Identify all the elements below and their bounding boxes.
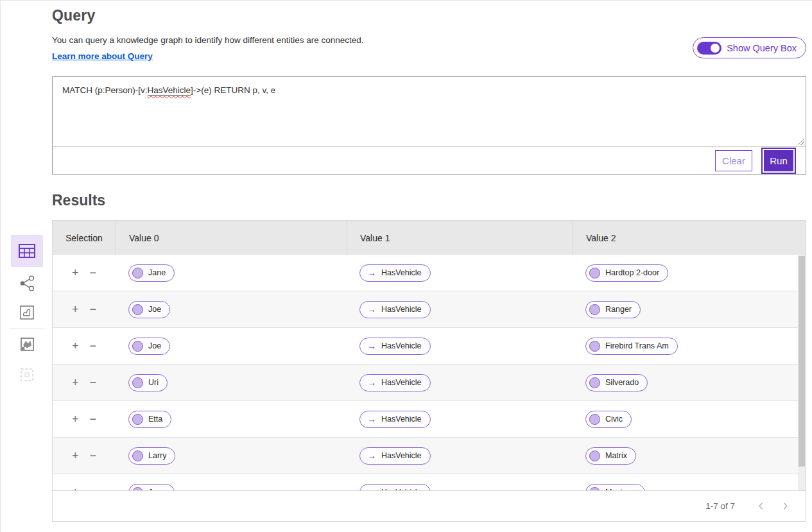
remove-from-selection-button[interactable]: − xyxy=(90,413,97,425)
table-view-icon xyxy=(19,244,35,258)
value1-cell: → HasVehicle xyxy=(347,264,573,282)
value1-cell: → HasVehicle xyxy=(347,447,573,465)
column-header-value2: Value 2 xyxy=(573,221,806,255)
entity-node-icon xyxy=(589,450,600,461)
value1-cell: → HasVehicle xyxy=(347,301,573,318)
value1-cell: → HasVehicle xyxy=(347,484,573,491)
pagination-next-button[interactable] xyxy=(777,499,793,514)
entity-pill-v2[interactable]: Civic xyxy=(585,411,632,428)
relationship-arrow-icon: → xyxy=(367,378,376,387)
textarea-resize-handle[interactable] xyxy=(796,137,804,145)
relationship-arrow-icon: → xyxy=(367,268,376,277)
show-query-box-toggle[interactable]: Show Query Box xyxy=(693,37,806,58)
add-to-selection-button[interactable]: + xyxy=(72,304,79,315)
rel-pill[interactable]: → HasVehicle xyxy=(359,301,431,318)
add-to-selection-button[interactable]: + xyxy=(72,486,79,490)
chevron-right-icon xyxy=(781,502,790,510)
table-view-button[interactable] xyxy=(11,235,43,267)
map-view-icon xyxy=(20,305,34,320)
entity-pill-v2[interactable]: Silverado xyxy=(585,374,648,391)
rel-pill[interactable]: → HasVehicle xyxy=(359,264,431,282)
rel-pill[interactable]: → HasVehicle xyxy=(359,374,431,391)
column-header-value1: Value 1 xyxy=(347,221,573,255)
value1-cell: → HasVehicle xyxy=(347,374,573,391)
pagination-prev-button[interactable] xyxy=(753,499,768,514)
rel-pill[interactable]: → HasVehicle xyxy=(359,447,431,465)
value0-cell: Jane xyxy=(116,264,347,282)
table-row: + − Jane → HasVehicle Mustang xyxy=(53,474,799,490)
remove-from-selection-button[interactable]: − xyxy=(90,377,97,388)
entity-node-icon xyxy=(132,487,143,491)
clear-button[interactable]: Clear xyxy=(715,150,752,171)
table-row: + − Etta → HasVehicle Civic xyxy=(53,401,799,438)
entity-pill-v0[interactable]: Joe xyxy=(128,301,170,318)
value0-cell: Joe xyxy=(116,301,347,318)
entity-node-icon xyxy=(132,414,143,425)
query-button-bar: Clear Run xyxy=(53,146,806,174)
link-chart-view-button[interactable] xyxy=(18,274,36,292)
entity-node-icon xyxy=(589,304,600,315)
value2-cell: Mustang xyxy=(573,484,799,491)
value0-cell: Etta xyxy=(116,411,347,428)
query-editor[interactable]: MATCH (p:Person)-[v:HasVehicle]->(e) RET… xyxy=(53,77,806,146)
remove-from-selection-button[interactable]: − xyxy=(90,267,97,279)
entity-node-icon xyxy=(589,268,600,279)
entity-node-icon xyxy=(589,414,600,425)
entity-pill-v0[interactable]: Jane xyxy=(128,484,175,491)
selection-cell: + − xyxy=(53,450,116,461)
toggle-switch-icon[interactable] xyxy=(697,42,721,55)
value2-cell: Civic xyxy=(573,411,799,428)
entity-pill-v0[interactable]: Uri xyxy=(128,374,168,391)
entity-pill-v2[interactable]: Hardtop 2-door xyxy=(585,264,668,282)
link-chart-view-icon xyxy=(19,275,36,292)
scrollbar-thumb[interactable] xyxy=(799,256,805,467)
new-map-icon xyxy=(20,337,34,351)
remove-from-selection-button[interactable]: − xyxy=(90,304,97,315)
remove-from-selection-button[interactable]: − xyxy=(90,486,97,490)
value0-cell: Larry xyxy=(116,447,347,465)
rel-pill[interactable]: → HasVehicle xyxy=(359,411,431,428)
add-to-selection-button[interactable]: + xyxy=(72,340,79,352)
rel-pill[interactable]: → HasVehicle xyxy=(359,484,431,491)
entity-pill-v0[interactable]: Etta xyxy=(128,411,171,428)
entity-pill-v2[interactable]: Firebird Trans Am xyxy=(585,338,678,355)
entity-pill-v0[interactable]: Jane xyxy=(128,264,175,282)
run-button[interactable]: Run xyxy=(764,150,793,171)
relationship-arrow-icon: → xyxy=(367,305,376,314)
relationship-arrow-icon: → xyxy=(367,488,376,490)
query-text-flagged: HasVehicle xyxy=(148,85,191,96)
relationship-arrow-icon: → xyxy=(367,451,376,460)
add-to-selection-button[interactable]: + xyxy=(72,267,79,279)
entity-pill-v2[interactable]: Matrix xyxy=(585,447,636,465)
learn-more-link[interactable]: Learn more about Query xyxy=(52,51,153,61)
new-map-button[interactable] xyxy=(20,337,34,351)
new-link-chart-icon xyxy=(20,368,34,382)
entity-pill-v0[interactable]: Larry xyxy=(128,447,175,465)
page-description: You can query a knowledge graph to ident… xyxy=(52,35,364,45)
query-page: Query You can query a knowledge graph to… xyxy=(0,0,812,532)
column-header-value0: Value 0 xyxy=(116,221,347,255)
add-to-selection-button[interactable]: + xyxy=(72,450,79,461)
remove-from-selection-button[interactable]: − xyxy=(90,450,97,461)
remove-from-selection-button[interactable]: − xyxy=(90,340,97,352)
entity-pill-v0[interactable]: Joe xyxy=(128,338,170,355)
toggle-label: Show Query Box xyxy=(727,43,797,53)
table-row: + − Joe → HasVehicle Firebird Trans Am xyxy=(53,328,799,365)
add-to-selection-button[interactable]: + xyxy=(72,413,79,425)
entity-pill-v2[interactable]: Mustang xyxy=(585,484,645,491)
add-to-selection-button[interactable]: + xyxy=(72,377,79,388)
query-text-before: MATCH (p:Person)-[v: xyxy=(62,85,148,95)
entity-pill-v2[interactable]: Ranger xyxy=(585,301,641,318)
value2-cell: Hardtop 2-door xyxy=(573,264,799,282)
rel-pill[interactable]: → HasVehicle xyxy=(359,338,431,355)
rail-divider xyxy=(10,329,44,329)
table-scrollbar[interactable] xyxy=(798,255,806,490)
relationship-arrow-icon: → xyxy=(367,341,376,350)
pagination-range-label: 1-7 of 7 xyxy=(705,501,735,511)
selection-cell: + − xyxy=(53,377,116,388)
results-title: Results xyxy=(52,192,105,209)
table-row: + − Jane → HasVehicle Hardtop 2-door xyxy=(53,255,799,291)
map-view-button[interactable] xyxy=(20,305,34,320)
entity-node-icon xyxy=(132,341,143,352)
value2-cell: Ranger xyxy=(573,301,799,318)
